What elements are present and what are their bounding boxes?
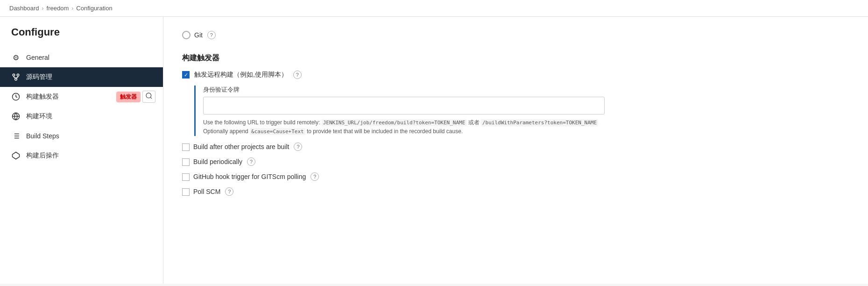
sidebar-item-label: Build Steps xyxy=(26,132,59,140)
build-after-row: Build after other projects are built ? xyxy=(182,143,849,151)
sidebar-item-general[interactable]: ⚙ General xyxy=(0,48,163,67)
sidebar-item-build-environment[interactable]: 构建环境 xyxy=(0,107,163,126)
chevron-icon-2: › xyxy=(71,5,73,12)
build-periodically-row: Build periodically ? xyxy=(182,157,849,166)
sidebar-item-build-steps[interactable]: Build Steps xyxy=(0,126,163,146)
search-button[interactable] xyxy=(142,91,155,103)
svg-point-1 xyxy=(17,74,19,76)
search-overlay: 触发器 xyxy=(116,91,155,103)
info-url2: /buildWithParameters?token=TOKEN_NAME xyxy=(481,119,598,126)
poll-scm-help-icon[interactable]: ? xyxy=(225,187,233,196)
git-radio[interactable] xyxy=(182,31,191,39)
svg-marker-18 xyxy=(13,152,20,159)
hexagon-icon xyxy=(11,151,21,160)
list-icon xyxy=(11,131,21,141)
info-or: 或者 xyxy=(468,119,480,126)
globe-icon xyxy=(11,112,21,121)
main-content: Git ? 构建触发器 ✓ 触发远程构建（例如,使用脚本） ? 身份验证令牌 U… xyxy=(163,17,868,284)
breadcrumb-configuration: Configuration xyxy=(76,5,112,12)
build-periodically-help-icon[interactable]: ? xyxy=(247,157,255,166)
github-hook-checkbox[interactable] xyxy=(182,173,190,181)
search-badge: 触发器 xyxy=(116,92,141,102)
sidebar-item-label: 构建后操作 xyxy=(26,151,59,160)
remote-trigger-row: ✓ 触发远程构建（例如,使用脚本） ? xyxy=(182,71,849,79)
svg-point-2 xyxy=(15,78,17,80)
poll-scm-label: Poll SCM xyxy=(193,188,220,195)
fork-icon xyxy=(11,72,21,82)
poll-scm-checkbox[interactable] xyxy=(182,188,190,196)
clock-icon xyxy=(11,92,21,101)
info-text: Use the following URL to trigger build r… xyxy=(203,118,651,136)
auth-token-section: 身份验证令牌 Use the following URL to trigger … xyxy=(194,86,849,136)
github-hook-row: GitHub hook trigger for GITScm polling ? xyxy=(182,172,849,181)
info-prefix: Use the following URL to trigger build r… xyxy=(203,119,322,126)
breadcrumb: Dashboard › freedom › Configuration xyxy=(0,0,868,17)
sidebar-item-post-build[interactable]: 构建后操作 xyxy=(0,146,163,165)
info-cause: &cause=Cause+Text xyxy=(250,128,305,135)
chevron-icon-1: › xyxy=(42,5,44,12)
auth-token-input[interactable] xyxy=(203,97,605,114)
build-triggers-title: 构建触发器 xyxy=(182,53,849,63)
build-after-checkbox[interactable] xyxy=(182,143,190,151)
build-triggers-section: 构建触发器 ✓ 触发远程构建（例如,使用脚本） ? 身份验证令牌 Use the… xyxy=(182,53,849,196)
sidebar-item-build-triggers[interactable]: 构建触发器 触发器 xyxy=(0,87,163,107)
github-hook-label: GitHub hook trigger for GITScm polling xyxy=(193,173,306,180)
remote-trigger-label: 触发远程构建（例如,使用脚本） xyxy=(194,71,288,79)
svg-point-8 xyxy=(146,93,151,98)
svg-line-6 xyxy=(16,77,18,78)
poll-scm-row: Poll SCM ? xyxy=(182,187,849,196)
breadcrumb-dashboard[interactable]: Dashboard xyxy=(9,5,39,12)
remote-trigger-checkbox[interactable]: ✓ xyxy=(182,71,190,79)
info-url: JENKINS_URL/job/freedom/build?token=TOKE… xyxy=(322,119,467,126)
github-hook-help-icon[interactable]: ? xyxy=(311,172,319,181)
auth-token-label: 身份验证令牌 xyxy=(203,86,849,94)
build-after-help-icon[interactable]: ? xyxy=(294,143,302,151)
sidebar-item-label: 构建环境 xyxy=(26,112,52,121)
svg-line-5 xyxy=(14,77,16,78)
sidebar-item-label: 源码管理 xyxy=(26,73,52,81)
svg-point-0 xyxy=(13,74,15,76)
git-label: Git xyxy=(194,31,203,39)
build-periodically-checkbox[interactable] xyxy=(182,158,190,166)
sidebar-item-label: 构建触发器 xyxy=(26,93,59,101)
git-help-icon[interactable]: ? xyxy=(207,31,216,39)
sidebar-item-label: General xyxy=(26,54,49,61)
build-periodically-label: Build periodically xyxy=(193,158,242,165)
page-title: Configure xyxy=(0,26,163,48)
breadcrumb-freedom[interactable]: freedom xyxy=(47,5,69,12)
info-line2-suffix: to provide text that will be included in… xyxy=(305,128,463,135)
git-row: Git ? xyxy=(182,31,849,39)
sidebar-item-source-management[interactable]: 源码管理 xyxy=(0,67,163,87)
svg-line-9 xyxy=(150,97,152,99)
gear-icon: ⚙ xyxy=(11,53,21,62)
sidebar: Configure ⚙ General 源码管理 xyxy=(0,17,163,284)
build-after-label: Build after other projects are built xyxy=(193,143,289,150)
info-line2-prefix: Optionally append xyxy=(203,128,250,135)
remote-trigger-help-icon[interactable]: ? xyxy=(293,71,302,79)
